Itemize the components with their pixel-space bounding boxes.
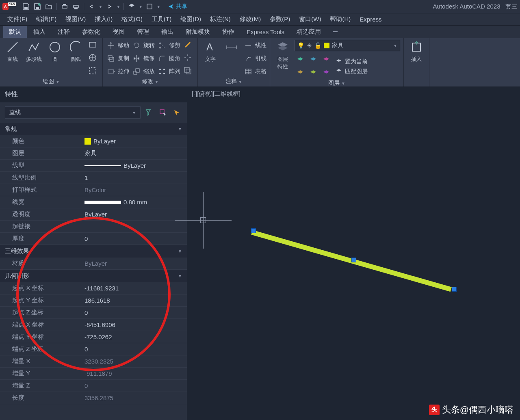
layer-on-icon[interactable] — [321, 67, 332, 79]
prop-start-x[interactable]: 起点 X 坐标-11681.9231 — [0, 282, 187, 294]
chevron-down-icon[interactable]: ▼ — [155, 80, 159, 84]
object-type-selector[interactable]: 直线▼ — [5, 106, 141, 119]
prop-material[interactable]: 材质ByLayer — [0, 258, 187, 270]
tab-express[interactable]: Express Tools — [241, 26, 290, 37]
layer-dropdown[interactable]: 💡 ☀ 🔓 家具 ▼ — [295, 40, 400, 51]
menu-insert[interactable]: 插入(I) — [91, 14, 117, 25]
insert-block-button[interactable]: 插入 — [407, 40, 426, 63]
section-3d[interactable]: 三维效果▼ — [0, 245, 187, 258]
hatch-icon[interactable] — [88, 53, 99, 64]
layer-thaw-icon[interactable] — [308, 67, 319, 79]
chevron-down-icon[interactable]: ▼ — [56, 80, 60, 84]
scale-button[interactable]: 缩放 — [132, 66, 155, 77]
menu-modify[interactable]: 修改(M) — [236, 14, 265, 25]
copy-button[interactable]: 复制 — [106, 53, 129, 64]
circle-button[interactable]: 圆 — [46, 40, 64, 63]
offset-icon[interactable] — [183, 66, 194, 77]
rect-icon[interactable] — [88, 40, 99, 51]
explode-icon[interactable] — [183, 53, 194, 64]
linear-dim-button[interactable]: 线性 — [243, 40, 266, 51]
grip-start[interactable] — [251, 228, 256, 233]
chevron-down-icon[interactable]: ▼ — [238, 80, 243, 84]
dimension-button[interactable] — [222, 40, 241, 54]
prop-start-z[interactable]: 起点 Z 坐标0 — [0, 307, 187, 319]
undo-dropdown-icon[interactable]: ▼ — [99, 4, 103, 9]
app-logo-icon[interactable]: A — [2, 3, 9, 10]
layer-freeze-icon[interactable] — [321, 54, 332, 66]
menu-help[interactable]: 帮助(H) — [326, 14, 355, 25]
tab-insert[interactable]: 插入 — [28, 26, 51, 38]
redo-icon[interactable] — [105, 2, 114, 11]
array-button[interactable]: 阵列 — [157, 66, 180, 77]
quickselect-icon[interactable] — [144, 107, 154, 118]
layer-lock-icon[interactable] — [295, 67, 306, 79]
section-general[interactable]: 常规▼ — [0, 123, 187, 135]
tab-collaborate[interactable]: 协作 — [217, 26, 240, 38]
select-objects-icon[interactable] — [158, 107, 168, 118]
tab-parametric[interactable]: 参数化 — [76, 26, 106, 38]
tab-annotate[interactable]: 注释 — [52, 26, 76, 38]
layer-qat-icon[interactable] — [127, 2, 136, 11]
print-icon[interactable] — [72, 2, 80, 11]
menu-express[interactable]: Express — [355, 14, 386, 24]
save-icon[interactable] — [22, 2, 30, 11]
prop-lineweight[interactable]: 线宽0.80 mm — [0, 196, 187, 208]
share-button[interactable]: 共享 — [168, 3, 187, 10]
tab-default[interactable]: 默认 — [3, 26, 27, 38]
section-geometry[interactable]: 几何图形▼ — [0, 270, 187, 282]
prop-end-y[interactable]: 端点 Y 坐标-725.0262 — [0, 331, 187, 343]
erase-icon[interactable] — [183, 40, 194, 51]
layout-qat-icon[interactable] — [145, 2, 154, 11]
prop-color[interactable]: 颜色ByLayer — [0, 135, 187, 147]
prop-delta-x[interactable]: 增量 X3230.2325 — [0, 355, 187, 368]
prop-plotstyle[interactable]: 打印样式ByColor — [0, 184, 187, 196]
chevron-down-icon[interactable]: ▼ — [341, 81, 345, 86]
polyline-button[interactable]: 多段线 — [24, 40, 43, 63]
tab-addins[interactable]: 附加模块 — [180, 26, 216, 38]
menu-tools[interactable]: 工具(T) — [147, 14, 176, 25]
drawing-canvas[interactable]: [-][俯视][二维线框] 头 头条@偶西小嘀嗒 — [187, 87, 520, 420]
tab-manage[interactable]: 管理 — [131, 26, 155, 38]
stretch-button[interactable]: 拉伸 — [106, 66, 129, 77]
undo-icon[interactable] — [87, 2, 96, 11]
leader-button[interactable]: 引线 — [243, 53, 266, 64]
menu-dimension[interactable]: 标注(N) — [206, 14, 235, 25]
menu-view[interactable]: 视图(V) — [61, 14, 90, 25]
ribbon-more-icon[interactable] — [331, 28, 340, 37]
grip-end[interactable] — [452, 287, 457, 292]
rotate-button[interactable]: 旋转 — [132, 40, 155, 51]
viewport-controls[interactable]: [-][俯视][二维线框] — [192, 90, 240, 98]
prop-end-z[interactable]: 端点 Z 坐标0 — [0, 343, 187, 355]
menu-edit[interactable]: 编辑(E) — [32, 14, 61, 25]
match-layer-button[interactable]: 匹配图层 — [335, 68, 368, 75]
redo-dropdown-icon[interactable]: ▼ — [116, 4, 120, 9]
text-button[interactable]: A文字 — [201, 40, 220, 63]
trim-button[interactable]: 修剪 — [157, 40, 180, 51]
layer-off-icon[interactable] — [308, 54, 319, 66]
prop-ltscale[interactable]: 线型比例1 — [0, 172, 187, 184]
region-icon[interactable] — [88, 66, 99, 77]
menu-window[interactable]: 窗口(W) — [295, 14, 325, 25]
plot-icon[interactable] — [60, 2, 69, 11]
menu-draw[interactable]: 绘图(D) — [176, 14, 205, 25]
saveas-icon[interactable] — [33, 2, 42, 11]
menu-file[interactable]: 文件(F) — [3, 14, 31, 25]
prop-transparency[interactable]: 透明度ByLayer — [0, 208, 187, 221]
layer-properties-button[interactable]: 图层 特性 — [273, 40, 292, 70]
tab-output[interactable]: 输出 — [156, 26, 179, 38]
table-button[interactable]: 表格 — [243, 66, 266, 77]
grip-mid[interactable] — [351, 258, 356, 262]
prop-hyperlink[interactable]: 超链接 — [0, 221, 187, 233]
mirror-button[interactable]: 镜像 — [132, 53, 155, 64]
menu-format[interactable]: 格式(O) — [117, 14, 147, 25]
prop-delta-z[interactable]: 增量 Z0 — [0, 380, 187, 392]
arc-button[interactable]: 圆弧 — [67, 40, 85, 63]
move-button[interactable]: 移动 — [106, 40, 129, 51]
prop-thickness[interactable]: 厚度0 — [0, 233, 187, 245]
layer-iso-icon[interactable] — [295, 54, 306, 66]
toggle-pickadd-icon[interactable] — [171, 107, 182, 118]
line-button[interactable]: 直线 — [3, 40, 22, 63]
menu-parametric[interactable]: 参数(P) — [266, 14, 294, 25]
tab-view[interactable]: 视图 — [107, 26, 130, 38]
prop-start-y[interactable]: 起点 Y 坐标186.1618 — [0, 294, 187, 307]
